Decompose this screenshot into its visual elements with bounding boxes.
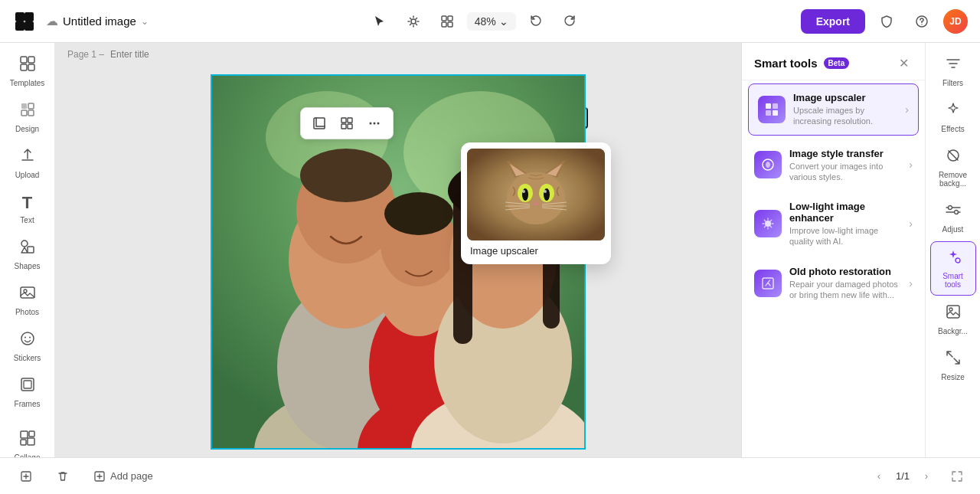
right-panel-resize[interactable]: Resize — [930, 343, 976, 388]
filters-icon — [945, 55, 962, 76]
topbar-tools: 48% ⌄ — [158, 8, 792, 35]
help-button[interactable] — [908, 8, 936, 35]
svg-point-92 — [954, 211, 958, 214]
svg-point-23 — [21, 332, 34, 345]
zoom-selector[interactable]: 48% ⌄ — [467, 12, 516, 31]
sidebar-item-label-design: Design — [15, 125, 39, 133]
background-icon — [945, 303, 962, 324]
right-panel-effects[interactable]: Effects — [930, 95, 976, 139]
save-to-drive-button[interactable] — [12, 466, 40, 487]
bottom-bar: Add page ‹ 1/1 › — [0, 457, 980, 494]
page-title-input[interactable] — [110, 49, 225, 60]
svg-rect-33 — [341, 118, 346, 123]
svg-rect-36 — [348, 124, 352, 129]
sidebar-item-templates[interactable]: Templates — [5, 49, 51, 93]
svg-rect-21 — [21, 287, 34, 298]
svg-rect-11 — [21, 57, 27, 63]
right-panel-adjust[interactable]: Adjust — [930, 195, 976, 240]
right-panel-background[interactable]: Backgr... — [930, 297, 976, 342]
right-panel-smart-tools[interactable]: Smart tools — [930, 241, 976, 296]
resize-icon — [945, 349, 962, 370]
page-label-row: Page 1 – — [55, 43, 741, 66]
shield-icon-button[interactable] — [873, 8, 900, 35]
low-light-arrow-icon: › — [909, 218, 913, 230]
expand-canvas-button[interactable] — [946, 466, 968, 487]
resize-label: Resize — [941, 373, 965, 381]
stickers-icon — [19, 330, 36, 351]
frames-icon — [19, 376, 36, 397]
svg-rect-16 — [28, 103, 34, 109]
pan-tool-button[interactable] — [400, 8, 427, 35]
svg-point-37 — [370, 123, 372, 125]
page-navigation: ‹ 1/1 › — [868, 466, 937, 487]
effects-label: Effects — [941, 125, 964, 133]
app-logo[interactable] — [12, 9, 37, 34]
old-photo-info: Old photo restoration Repair your damage… — [789, 266, 901, 301]
image-upscaler-arrow-icon: › — [905, 103, 909, 116]
text-icon: T — [22, 193, 32, 213]
add-page-button[interactable]: Add page — [86, 466, 161, 487]
prev-page-button[interactable]: ‹ — [868, 466, 890, 487]
svg-rect-27 — [24, 381, 31, 388]
sidebar-item-photos[interactable]: Photos — [5, 278, 51, 322]
smart-panel-title: Smart tools Beta — [754, 57, 849, 70]
zoom-value: 48% — [475, 15, 496, 28]
view-options-button[interactable] — [433, 8, 461, 35]
svg-rect-28 — [21, 431, 28, 438]
smart-tool-image-upscaler[interactable]: Image upscaler Upscale images by increas… — [748, 83, 919, 136]
image-style-transfer-info: Image style transfer Convert your images… — [789, 148, 901, 183]
file-title-area[interactable]: ☁ Untitled image ⌄ — [46, 14, 149, 28]
smart-panel-close-button[interactable]: ✕ — [894, 54, 913, 72]
design-icon — [19, 101, 36, 122]
photos-icon — [19, 284, 36, 305]
beta-badge: Beta — [824, 57, 850, 69]
grid-tool-button[interactable] — [335, 111, 359, 136]
crop-tool-button[interactable] — [307, 111, 332, 136]
svg-rect-31 — [28, 438, 34, 445]
collage-icon — [19, 430, 36, 450]
sidebar-item-text[interactable]: T Text — [5, 187, 51, 231]
more-options-button[interactable] — [362, 111, 387, 136]
user-avatar[interactable]: JD — [943, 9, 968, 34]
sidebar-item-design[interactable]: Design — [5, 95, 51, 139]
right-panel-filters[interactable]: Filters — [930, 49, 976, 93]
sidebar-item-upload[interactable]: Upload — [5, 141, 51, 185]
svg-point-55 — [384, 192, 453, 235]
svg-rect-34 — [348, 118, 352, 123]
svg-rect-13 — [21, 64, 27, 70]
redo-button[interactable] — [556, 8, 583, 35]
svg-point-64 — [507, 172, 565, 224]
svg-point-19 — [21, 240, 28, 247]
smart-panel-header: Smart tools Beta ✕ — [742, 43, 925, 80]
svg-rect-12 — [28, 57, 34, 63]
trash-button[interactable] — [49, 466, 77, 487]
svg-rect-1 — [24, 12, 34, 21]
svg-point-25 — [29, 337, 31, 339]
undo-button[interactable] — [522, 8, 550, 35]
old-photo-icon — [754, 270, 782, 297]
sidebar-item-frames[interactable]: Frames — [5, 370, 51, 414]
smart-tool-old-photo[interactable]: Old photo restoration Repair your damage… — [742, 257, 925, 310]
image-style-transfer-arrow-icon: › — [909, 159, 913, 171]
svg-rect-29 — [29, 431, 34, 437]
remove-bg-icon — [945, 147, 962, 168]
select-tool-button[interactable] — [366, 8, 394, 35]
svg-point-91 — [948, 206, 952, 210]
remove-bg-label: Remove backg... — [933, 171, 973, 188]
svg-rect-85 — [773, 110, 778, 116]
sidebar-item-label-photos: Photos — [15, 308, 39, 316]
smart-tool-low-light[interactable]: Low-light image enhancer Improve low-lig… — [742, 191, 925, 257]
svg-rect-17 — [21, 110, 27, 116]
export-button[interactable]: Export — [801, 9, 865, 34]
sidebar-item-stickers[interactable]: Stickers — [5, 324, 51, 368]
svg-rect-2 — [15, 21, 24, 31]
svg-rect-30 — [21, 440, 26, 445]
sidebar-item-collage[interactable]: Collage — [5, 424, 51, 457]
right-panel-remove-bg[interactable]: Remove backg... — [930, 141, 976, 194]
sidebar-item-shapes[interactable]: Shapes — [5, 232, 51, 276]
svg-point-24 — [24, 337, 26, 339]
next-page-button[interactable]: › — [916, 466, 937, 487]
svg-rect-83 — [773, 103, 778, 109]
smart-tool-image-style-transfer[interactable]: Image style transfer Convert your images… — [742, 139, 925, 192]
sidebar-item-label-upload: Upload — [15, 171, 40, 179]
